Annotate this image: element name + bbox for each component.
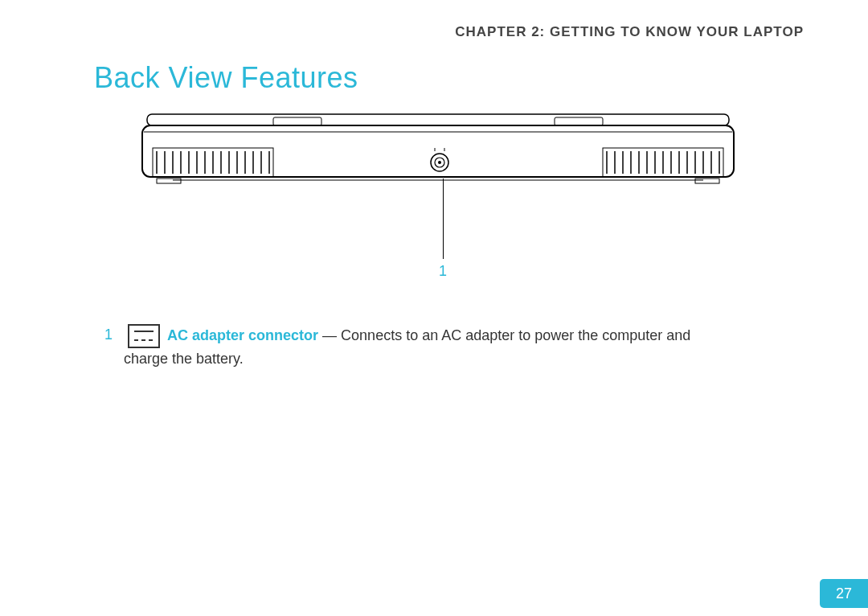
svg-rect-3 xyxy=(273,117,321,125)
callout-line xyxy=(443,179,444,259)
ac-adapter-icon xyxy=(128,324,160,348)
chapter-header: CHAPTER 2: GETTING TO KNOW YOUR LAPTOP xyxy=(455,24,804,40)
callout-number: 1 xyxy=(439,263,447,280)
feature-separator: — xyxy=(318,327,341,343)
page-number-tab: 27 xyxy=(820,579,868,608)
feature-number: 1 xyxy=(104,324,124,347)
svg-point-39 xyxy=(438,161,441,164)
svg-rect-4 xyxy=(555,117,603,125)
feature-name: AC adapter connector xyxy=(167,327,318,343)
feature-desc-line1: Connects to an AC adapter to power the c… xyxy=(341,327,690,343)
section-title: Back View Features xyxy=(94,61,358,95)
laptop-back-diagram xyxy=(141,113,735,192)
feature-desc-line2: charge the battery. xyxy=(124,348,804,371)
feature-description: 1 AC adapter connector — Connects to an … xyxy=(104,324,804,371)
svg-rect-1 xyxy=(142,125,734,177)
svg-rect-44 xyxy=(695,179,719,183)
svg-rect-43 xyxy=(157,179,181,183)
laptop-back-svg xyxy=(141,113,735,189)
svg-rect-0 xyxy=(147,114,729,125)
callout-1: 1 xyxy=(439,179,447,280)
